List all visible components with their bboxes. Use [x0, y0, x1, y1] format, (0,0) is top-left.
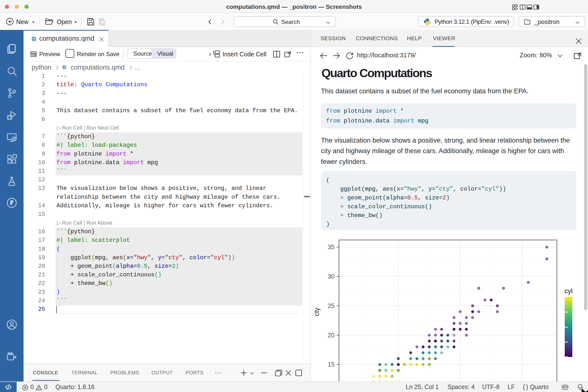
svg-text:cty: cty — [313, 308, 320, 316]
svg-text:35: 35 — [328, 244, 335, 250]
svg-text:cyl: cyl — [564, 288, 572, 295]
svg-text:15: 15 — [328, 361, 335, 368]
svg-text:25: 25 — [328, 302, 335, 309]
svg-text:20: 20 — [328, 332, 335, 338]
svg-text:30: 30 — [328, 273, 335, 280]
